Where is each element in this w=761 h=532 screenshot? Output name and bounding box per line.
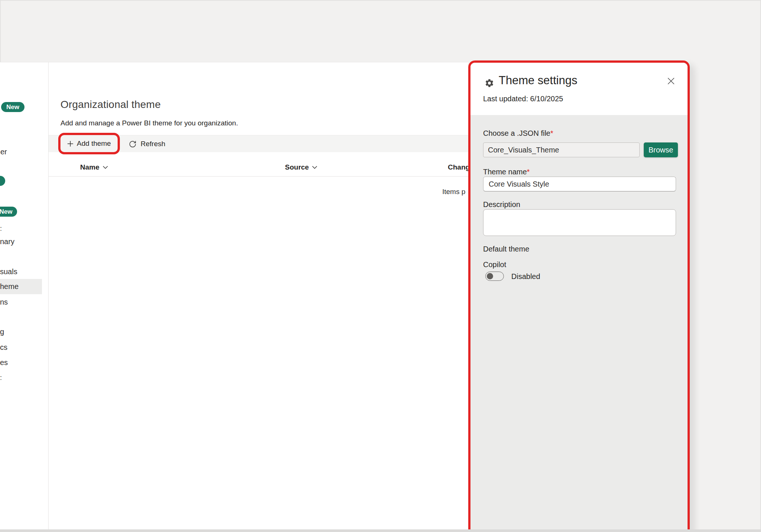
panel-title: Theme settings (499, 74, 577, 87)
page-description: Add and manage a Power BI theme for you … (60, 119, 238, 127)
chevron-down-icon (312, 166, 317, 169)
toggle-knob (487, 273, 493, 279)
json-file-label: Choose a .JSON file* (483, 129, 553, 138)
refresh-button-label: Refresh (141, 140, 165, 148)
copilot-toggle-state-label: Disabled (511, 272, 540, 281)
theme-name-label: Theme name* (483, 168, 530, 176)
default-theme-label: Default theme (483, 245, 529, 253)
table-empty-state-text-clipped: Items p (442, 188, 465, 196)
copilot-label: Copilot (483, 260, 506, 269)
screenshot-bottom-edge (0, 529, 761, 532)
sidebar-item-fragment[interactable]: ns (0, 298, 8, 306)
description-textarea[interactable] (483, 209, 676, 236)
screenshot-canvas: New er New : nary suals heme ns g cs es … (0, 0, 761, 532)
panel-body: Choose a .JSON file* Browse Theme name* … (470, 115, 688, 532)
new-badge: New (0, 207, 17, 217)
plus-icon (67, 141, 73, 147)
close-panel-button[interactable] (665, 75, 676, 86)
chevron-down-icon (103, 166, 108, 169)
json-file-label-text: Choose a .JSON file (483, 129, 550, 137)
sidebar-item-fragment[interactable]: : (0, 374, 2, 382)
add-theme-button-label: Add theme (77, 139, 111, 148)
new-badge-partial-circle (0, 176, 5, 186)
column-header-source-label: Source (285, 163, 309, 171)
copilot-toggle-off[interactable] (485, 272, 504, 281)
sidebar-item-organizational-theme-active[interactable]: heme (0, 279, 42, 294)
description-label: Description (483, 200, 520, 209)
theme-name-label-text: Theme name (483, 168, 527, 176)
refresh-button[interactable]: Refresh (126, 135, 168, 152)
column-header-name[interactable]: Name (80, 163, 108, 171)
sidebar-item-fragment[interactable]: cs (0, 343, 7, 352)
theme-toolbar: Add theme Refresh (49, 135, 468, 152)
close-icon (667, 78, 675, 85)
organizational-theme-page: Organizational theme Add and manage a Po… (49, 62, 468, 529)
last-updated-text: Last updated: 6/10/2025 (483, 95, 563, 103)
gear-icon (485, 78, 494, 88)
sidebar-item-fragment[interactable]: er (0, 148, 7, 156)
required-asterisk: * (550, 129, 553, 137)
column-header-changed-clipped[interactable]: Chang (448, 163, 470, 171)
table-header-divider (49, 176, 468, 177)
sidebar-item-fragment[interactable]: es (0, 358, 8, 367)
refresh-icon (129, 140, 137, 148)
browse-button[interactable]: Browse (644, 142, 678, 157)
theme-name-input[interactable] (483, 177, 676, 191)
theme-settings-panel-red-annotation: Theme settings Last updated: 6/10/2025 C… (468, 60, 690, 532)
panel-header: Theme settings Last updated: 6/10/2025 (470, 63, 688, 115)
required-asterisk: * (527, 168, 530, 176)
json-file-input[interactable] (483, 142, 640, 157)
column-header-source[interactable]: Source (285, 163, 317, 171)
sidebar-item-label: heme (0, 282, 19, 291)
sidebar-item-fragment[interactable]: g (0, 328, 4, 336)
column-header-changed-label: Chang (448, 163, 470, 171)
new-badge: New (1, 102, 24, 112)
column-header-name-label: Name (80, 163, 99, 171)
sidebar-item-fragment[interactable]: suals (0, 267, 17, 276)
add-theme-button-red-annotation[interactable]: Add theme (58, 133, 120, 154)
sidebar-item-fragment[interactable]: : (0, 225, 2, 233)
admin-sidebar: New er New : nary suals heme ns g cs es … (0, 62, 49, 529)
page-title: Organizational theme (60, 99, 161, 111)
sidebar-item-fragment[interactable]: nary (0, 237, 14, 246)
